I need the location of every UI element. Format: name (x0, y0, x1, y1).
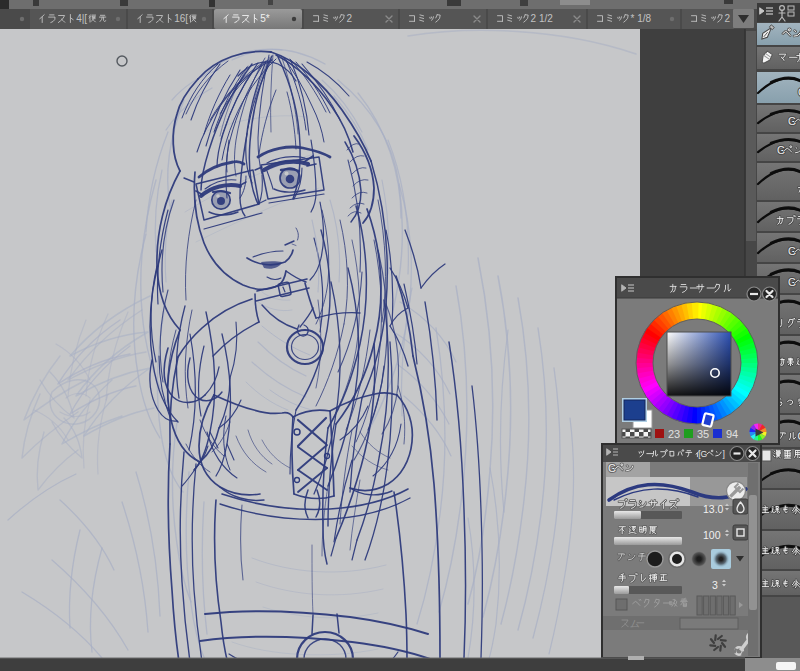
svg-text:2 1/2: 2 1/2 (531, 13, 554, 24)
svg-text:13.0: 13.0 (703, 503, 724, 515)
svg-text:100: 100 (703, 529, 721, 541)
svg-text:[G: [G (698, 449, 707, 459)
svg-text:5*: 5* (260, 13, 270, 24)
svg-text:35: 35 (697, 428, 709, 440)
svg-text:23: 23 (668, 428, 680, 440)
svg-text:2: 2 (347, 13, 353, 24)
svg-text:* 1/8: * 1/8 (631, 13, 652, 24)
svg-text:3: 3 (712, 579, 718, 591)
svg-text:4|[: 4|[ (76, 13, 87, 24)
svg-text:94: 94 (726, 428, 738, 440)
svg-text:16[: 16[ (174, 13, 188, 24)
svg-text:]: ] (722, 449, 724, 459)
